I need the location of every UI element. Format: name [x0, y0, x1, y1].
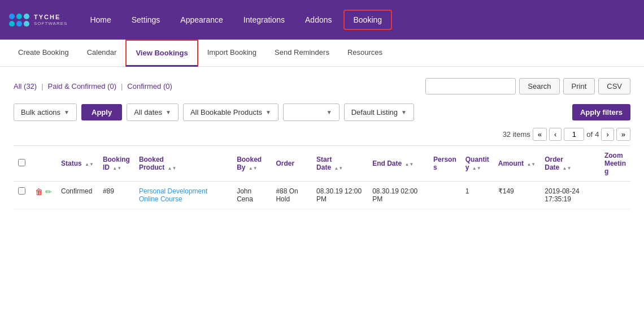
search-button[interactable]: Search: [519, 78, 559, 94]
delete-icon[interactable]: 🗑: [35, 187, 43, 196]
filter-confirmed[interactable]: Confirmed (0): [127, 82, 172, 90]
row-status-cell: Confirmed: [56, 182, 98, 209]
nav-item-booking[interactable]: Booking: [343, 10, 393, 30]
th-persons: Persons: [429, 146, 461, 182]
dot: [9, 14, 15, 19]
print-button[interactable]: Print: [563, 78, 595, 94]
dates-label: All dates: [134, 108, 162, 117]
select-all-header: [14, 146, 31, 182]
listing-label: Default Listing: [351, 108, 398, 117]
sub-nav-create-booking[interactable]: Create Booking: [9, 40, 78, 66]
sort-arrows-status[interactable]: ▲▼: [85, 162, 94, 167]
edit-icon[interactable]: ✏: [45, 187, 52, 196]
filter-paid-confirmed[interactable]: Paid & Confirmed (0): [48, 82, 116, 90]
row-checkbox[interactable]: [18, 187, 25, 195]
row-end-date: 08.30.19 02:00 PM: [372, 187, 417, 203]
row-quantity-cell: 1: [461, 182, 494, 209]
nav-item-integrations[interactable]: Integrations: [234, 11, 294, 29]
th-start-date-label: StartDate: [316, 156, 332, 171]
sub-nav-resources[interactable]: Resources: [338, 40, 391, 66]
row-checkbox-cell: [14, 182, 31, 209]
th-zoom-meeting-label: ZoomMeeting: [604, 152, 626, 175]
chevron-down-icon: ▼: [166, 109, 171, 115]
row-booked-product[interactable]: Personal Development Online Course: [139, 187, 207, 203]
bulk-actions-label: Bulk actions: [21, 108, 60, 117]
dot: [24, 21, 29, 27]
dot: [9, 21, 15, 27]
last-page-button[interactable]: »: [616, 128, 630, 141]
dates-dropdown[interactable]: All dates ▼: [127, 104, 179, 121]
sub-nav-calendar[interactable]: Calendar: [78, 40, 126, 66]
sort-arrows-amount[interactable]: ▲▼: [526, 162, 536, 167]
table-row: 🗑 ✏ Confirmed #89 Personal Development O…: [14, 182, 630, 209]
apply-filters-button[interactable]: Apply filters: [572, 104, 630, 120]
th-quantity: Quantity ▲▼: [461, 146, 494, 182]
th-order: Order: [271, 146, 312, 182]
apply-button[interactable]: Apply: [81, 104, 122, 120]
nav-item-home[interactable]: Home: [81, 11, 120, 29]
sort-arrows-start-date[interactable]: ▲▼: [334, 166, 343, 171]
th-amount-label: Amount: [498, 160, 524, 167]
row-status: Confirmed: [61, 187, 92, 195]
row-order-date-cell: 2019-08-24 17:35:19: [540, 182, 600, 209]
top-navigation: TYCHE SOFTWARES Home Settings Appearance…: [0, 0, 644, 40]
page-number-input[interactable]: [564, 128, 584, 141]
of-label: of: [586, 130, 593, 139]
row-amount: ₹149: [498, 187, 514, 195]
sub-nav-import-booking[interactable]: Import Booking: [198, 40, 266, 66]
prev-page-button[interactable]: ‹: [549, 128, 562, 141]
row-booking-id-cell: #89: [98, 182, 134, 209]
status-label: [290, 108, 323, 117]
row-booked-by: John Cena: [237, 187, 253, 203]
row-order-cell: #88 On Hold: [271, 182, 312, 209]
row-order: #88 On Hold: [276, 187, 298, 203]
filter-all[interactable]: All (32): [14, 82, 37, 90]
main-content: All (32) | Paid & Confirmed (0) | Confir…: [0, 67, 644, 221]
bookings-table: Status ▲▼ BookingID ▲▼ BookedProduct ▲▼ …: [14, 145, 630, 209]
sort-arrows-end-date[interactable]: ▲▼: [405, 162, 414, 167]
row-actions-cell: 🗑 ✏: [31, 182, 56, 209]
products-label: All Bookable Products: [190, 108, 262, 117]
sort-arrows-booked-product[interactable]: ▲▼: [168, 166, 177, 171]
search-input[interactable]: [425, 78, 516, 94]
brand-name: TYCHE: [34, 14, 67, 21]
separator: |: [41, 82, 43, 90]
row-amount-cell: ₹149: [494, 182, 541, 209]
th-status: Status ▲▼: [56, 146, 98, 182]
sort-arrows-order-date[interactable]: ▲▼: [563, 166, 572, 171]
th-end-date: End Date ▲▼: [368, 146, 429, 182]
products-dropdown[interactable]: All Bookable Products ▼: [183, 104, 279, 121]
total-pages: 4: [595, 130, 599, 139]
sort-arrows-quantity[interactable]: ▲▼: [472, 166, 481, 171]
filter-top-row: All (32) | Paid & Confirmed (0) | Confir…: [14, 78, 630, 94]
nav-item-appearance[interactable]: Appearance: [171, 11, 232, 29]
th-order-date-label: OrderDate: [545, 156, 563, 171]
nav-items: Home Settings Appearance Integrations Ad…: [81, 10, 635, 30]
bulk-actions-dropdown[interactable]: Bulk actions ▼: [14, 104, 77, 121]
next-page-button[interactable]: ›: [601, 128, 613, 141]
th-start-date: StartDate ▲▼: [312, 146, 368, 182]
sort-arrows-booking-id[interactable]: ▲▼: [112, 166, 121, 171]
th-order-date: OrderDate ▲▼: [540, 146, 600, 182]
sort-arrows-booked-by[interactable]: ▲▼: [249, 166, 258, 171]
chevron-down-icon: ▼: [327, 109, 332, 115]
select-all-checkbox[interactable]: [18, 159, 25, 166]
th-end-date-label: End Date: [372, 160, 402, 167]
first-page-button[interactable]: «: [533, 128, 547, 141]
brand-sub: SOFTWARES: [34, 21, 67, 26]
sub-nav-view-bookings[interactable]: View Bookings: [125, 40, 198, 67]
logo-text-area: TYCHE SOFTWARES: [34, 14, 67, 26]
nav-item-settings[interactable]: Settings: [123, 11, 169, 29]
nav-item-addons[interactable]: Addons: [296, 11, 341, 29]
chevron-down-icon: ▼: [266, 109, 271, 115]
status-dropdown[interactable]: ▼: [283, 104, 340, 121]
item-count: 32 items: [503, 130, 530, 139]
sub-nav-send-reminders[interactable]: Send Reminders: [266, 40, 338, 66]
filter-row: Bulk actions ▼ Apply All dates ▼ All Boo…: [14, 104, 630, 121]
listing-dropdown[interactable]: Default Listing ▼: [344, 104, 414, 121]
th-status-label: Status: [61, 160, 82, 167]
row-order-date: 2019-08-24 17:35:19: [545, 187, 579, 203]
th-zoom-meeting: ZoomMeeting: [600, 146, 630, 182]
row-booked-product-cell: Personal Development Online Course: [134, 182, 232, 209]
csv-button[interactable]: CSV: [598, 78, 630, 94]
